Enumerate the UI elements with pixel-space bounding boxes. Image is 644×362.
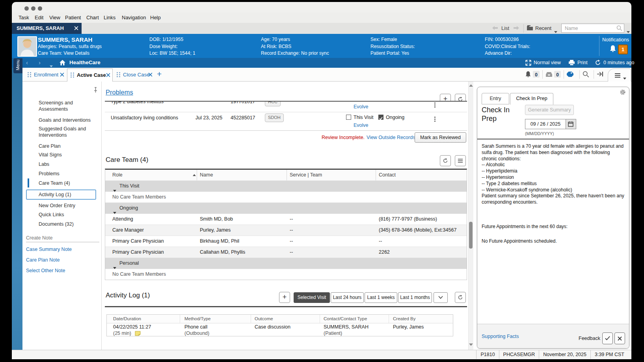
patient-tab[interactable]: SUMMERS, SARAH <box>12 23 82 34</box>
tab-active-case[interactable]: Active Case <box>67 69 113 82</box>
add-tab-icon[interactable]: + <box>157 69 162 79</box>
sidebar-item-new-order-entry[interactable]: New Order Entry <box>39 202 99 209</box>
group-this-visit[interactable]: This Visit <box>105 181 467 192</box>
row-menu-icon[interactable] <box>434 102 436 104</box>
problems-title[interactable]: Problems <box>106 89 133 96</box>
sidebar-item-care-team[interactable]: Care Team (4) <box>39 180 99 186</box>
calendar-button[interactable] <box>566 119 576 129</box>
patient-care-team-link[interactable]: Care Team: View Details <box>38 50 89 56</box>
view-menu-tab[interactable] <box>608 69 631 82</box>
sidebar-item-activity-log[interactable]: Activity Log (1) <box>26 189 96 200</box>
search-icon[interactable] <box>616 25 622 31</box>
sidebar-item-labs[interactable]: Labs <box>39 161 99 167</box>
window-control-icon[interactable] <box>31 6 35 11</box>
view-outside-records-link[interactable]: View Outside Records <box>367 135 415 140</box>
sidebar-item-vital-signs[interactable]: Vital Signs <box>39 152 99 158</box>
back-icon[interactable]: ‹ <box>26 59 28 66</box>
notifications-badge[interactable]: 1 <box>618 45 628 54</box>
list-next-icon[interactable] <box>512 25 520 31</box>
home-label[interactable]: HealtheCare <box>69 59 101 65</box>
notifications-bell-icon[interactable] <box>609 45 616 53</box>
collapse-panel-icon[interactable] <box>597 71 604 77</box>
refresh-activity-button[interactable] <box>455 292 466 303</box>
close-icon[interactable] <box>148 72 153 77</box>
care-plan-note-link[interactable]: Care Plan Note <box>26 257 60 263</box>
close-icon[interactable] <box>60 72 64 77</box>
care-team-row[interactable]: Primary Care Physician Birkhaug MD, Phil… <box>105 236 467 247</box>
filter-last-1-months[interactable]: Last 1 months <box>398 292 432 303</box>
tab-grip-icon[interactable] <box>117 72 118 73</box>
add-activity-button[interactable]: + <box>279 292 290 303</box>
sidebar-item-care-plan[interactable]: Care Plan <box>39 143 99 149</box>
filter-last-24-hours[interactable]: Last 24 hours <box>331 292 364 303</box>
filter-selected-visit[interactable]: Selected Visit <box>294 292 330 303</box>
refresh-icon[interactable] <box>595 59 601 66</box>
refresh-care-team-button[interactable] <box>440 155 451 166</box>
sidebar-item-screenings[interactable]: Screenings and Assessments <box>39 100 99 112</box>
scroll-down-icon[interactable] <box>469 343 473 346</box>
tab-close-case[interactable]: Close Case <box>123 72 149 78</box>
evolve-link[interactable]: Evolve <box>354 104 369 110</box>
column-date-duration[interactable]: Date/Duration <box>113 315 141 323</box>
tab-entry[interactable]: Entry <box>482 93 509 104</box>
care-team-row[interactable]: Care Manager Purley, James -- (345) 678-… <box>105 225 467 236</box>
ongoing-checkbox[interactable] <box>378 115 383 120</box>
home-icon[interactable] <box>59 59 66 66</box>
column-name[interactable]: Name <box>200 170 213 180</box>
feedback-negative-button[interactable] <box>614 332 625 344</box>
sidebar-item-goals[interactable]: Goals and Interventions <box>39 117 99 123</box>
group-personal[interactable]: Personal <box>105 258 467 269</box>
tab-grip-icon[interactable] <box>28 72 29 73</box>
print-icon[interactable] <box>568 59 575 66</box>
column-service-team[interactable]: Service | Team <box>290 170 322 180</box>
prep-date-input[interactable]: 09 / 26 / 2025 <box>525 119 566 129</box>
menu-task[interactable]: Task <box>19 15 29 20</box>
note-icon[interactable] <box>135 331 141 336</box>
list-prev-icon[interactable] <box>491 25 499 31</box>
group-ongoing[interactable]: Ongoing <box>105 203 467 214</box>
search-icon[interactable] <box>583 71 589 78</box>
care-team-list-options-button[interactable] <box>455 155 466 166</box>
pin-icon[interactable] <box>93 87 98 93</box>
care-team-row[interactable]: Attending Smith MD, Bob -- (816) 777-979… <box>105 214 467 225</box>
tab-enrollment[interactable]: Enrollment <box>34 72 58 78</box>
menu-edit[interactable]: Edit <box>35 15 43 20</box>
patient-search-input[interactable] <box>561 24 624 33</box>
patient-photo[interactable] <box>17 36 37 57</box>
menu-navigation[interactable]: Navigation <box>122 15 146 20</box>
forward-icon[interactable]: › <box>39 59 41 66</box>
mark-as-reviewed-button[interactable]: Mark as Reviewed <box>415 132 466 143</box>
column-contact[interactable]: Contact <box>379 170 396 180</box>
inbox-tray-icon[interactable] <box>545 72 553 77</box>
sidebar-item-problems[interactable]: Problems <box>39 171 99 177</box>
menu-vertical-tab[interactable]: Menu <box>13 58 22 73</box>
window-control-icon[interactable] <box>38 6 42 11</box>
filter-last-1-weeks[interactable]: Last 1 weeks <box>365 292 397 303</box>
menu-help[interactable]: Help <box>150 15 161 20</box>
menu-view[interactable]: View <box>49 15 60 20</box>
row-menu-icon[interactable] <box>434 117 436 118</box>
column-contact-type[interactable]: Contact/Contact Type <box>324 315 367 323</box>
normal-view-icon[interactable] <box>525 60 531 66</box>
this-visit-checkbox[interactable] <box>346 115 351 120</box>
supporting-facts-link[interactable]: Supporting Facts <box>482 334 519 339</box>
evolve-link[interactable]: Evolve <box>354 123 369 128</box>
filter-dropdown-button[interactable] <box>434 292 448 303</box>
feedback-positive-button[interactable] <box>602 332 613 344</box>
generate-summary-button[interactable]: Generate Summary <box>525 105 574 115</box>
column-method-type[interactable]: Method/Type <box>184 315 210 323</box>
column-role[interactable]: Role <box>112 170 123 180</box>
print-label[interactable]: Print <box>577 60 588 65</box>
scrollbar-thumb[interactable] <box>469 222 473 249</box>
sidebar-item-documents[interactable]: Documents (32) <box>39 221 99 227</box>
recent-folder-icon[interactable] <box>527 25 533 31</box>
close-icon[interactable] <box>106 73 110 77</box>
column-outcome[interactable]: Outcome <box>255 315 273 323</box>
recent-label[interactable]: Recent <box>535 25 551 31</box>
window-control-icon[interactable] <box>24 6 29 11</box>
sidebar-item-suggested-goals[interactable]: Suggested Goals and Interventions <box>39 126 99 138</box>
close-icon[interactable] <box>74 26 78 30</box>
activity-log-row[interactable]: 04/22/2025 11:27 (25 min) Phone call (Ou… <box>107 323 453 337</box>
tag-icon[interactable] <box>567 71 573 78</box>
menu-patient[interactable]: Patient <box>65 15 81 20</box>
